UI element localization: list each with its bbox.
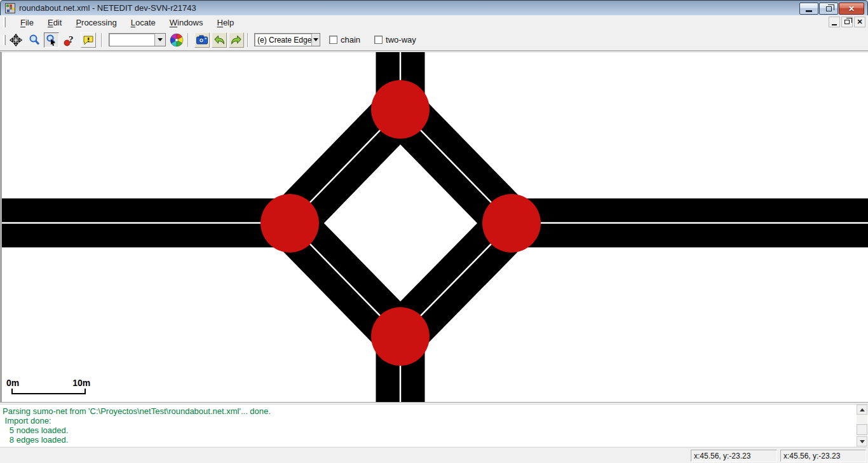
network-svg[interactable]	[0, 52, 868, 402]
scroll-down-button[interactable]	[857, 436, 867, 446]
recenter-button[interactable]: ?	[62, 32, 78, 48]
window-title: roundabout.net.xml - NETEDIT dev-SVN-r21…	[19, 3, 196, 13]
screenshot-button[interactable]	[194, 32, 210, 48]
toolbar-grip[interactable]	[3, 35, 6, 45]
toolbar: ?	[0, 29, 868, 51]
mdi-close-button[interactable]: ✕	[854, 17, 865, 27]
undo-icon	[213, 34, 226, 46]
close-button[interactable]: ✕	[839, 3, 864, 15]
title-bar[interactable]: roundabout.net.xml - NETEDIT dev-SVN-r21…	[0, 0, 868, 15]
zoom-button[interactable]	[27, 32, 42, 48]
color-wheel-icon	[170, 33, 184, 47]
log-line: Parsing sumo-net from 'C:\Proyectos\netT…	[3, 406, 855, 416]
status-bar: x:45.56, y:-23.23x:45.56, y:-23.23	[0, 447, 868, 463]
junction-node[interactable]	[261, 194, 319, 252]
move-icon	[10, 34, 22, 46]
log-line: 8 edges loaded.	[3, 435, 855, 445]
chain-checkbox-group: chain	[329, 35, 360, 45]
edit-mode-combobox[interactable]: (e) Create Edge	[254, 33, 320, 46]
undo-button[interactable]	[212, 32, 227, 48]
edit-coloring-button[interactable]	[169, 32, 184, 48]
chain-label: chain	[341, 35, 360, 45]
redo-button[interactable]	[229, 32, 244, 48]
junction-node[interactable]	[371, 80, 430, 139]
junction-node[interactable]	[371, 307, 430, 366]
message-log[interactable]: Parsing sumo-net from 'C:\Proyectos\netT…	[0, 404, 868, 446]
log-lines: Parsing sumo-net from 'C:\Proyectos\netT…	[3, 406, 855, 445]
menu-item-help[interactable]: Help	[210, 17, 241, 29]
mouse-coordinates-1: x:45.56, y:-23.23	[780, 450, 866, 462]
junction-node[interactable]	[482, 194, 541, 252]
svg-text:?: ?	[69, 34, 74, 45]
menu-item-processing[interactable]: Processing	[69, 17, 123, 29]
redo-icon	[230, 34, 243, 46]
mouse-coordinates-0: x:45.56, y:-23.23	[691, 450, 777, 462]
network-canvas[interactable]: 0m 10m	[0, 52, 868, 402]
restore-button[interactable]	[819, 3, 838, 15]
camera-icon	[196, 34, 208, 46]
scale-bracket	[11, 389, 86, 394]
zoom-cursor-icon	[45, 34, 58, 46]
menu-item-windows[interactable]: Windows	[163, 17, 210, 29]
minimize-button[interactable]	[799, 3, 818, 15]
edit-mode-value: (e) Create Edge	[255, 36, 311, 45]
zoom-cursor-button[interactable]	[44, 32, 59, 48]
scale-right-label: 10m	[72, 378, 90, 388]
menu-items: FileEditProcessingLocateWindowsHelp	[13, 17, 241, 29]
mdi-minimize-button[interactable]	[829, 17, 840, 27]
view-combobox[interactable]	[109, 33, 166, 46]
twoway-label: two-way	[386, 35, 416, 45]
edit-mode-dropdown[interactable]	[311, 34, 320, 46]
view-combobox-dropdown[interactable]	[154, 34, 165, 46]
twoway-checkbox-group: two-way	[374, 35, 416, 45]
scale-left-label: 0m	[6, 378, 19, 388]
message-bubble-icon	[82, 34, 95, 46]
netedit-window: roundabout.net.xml - NETEDIT dev-SVN-r21…	[0, 0, 868, 463]
twoway-checkbox[interactable]	[374, 36, 383, 44]
message-window-button[interactable]	[81, 32, 96, 48]
menu-item-edit[interactable]: Edit	[41, 17, 69, 29]
locate-question-icon: ?	[64, 34, 76, 46]
log-line: 5 nodes loaded.	[3, 425, 855, 435]
menu-item-file[interactable]: File	[13, 17, 41, 29]
menu-bar: FileEditProcessingLocateWindowsHelp ✕	[0, 15, 868, 29]
scroll-up-button[interactable]	[857, 404, 867, 415]
scroll-thumb[interactable]	[857, 424, 867, 435]
zoom-icon	[28, 34, 41, 46]
chain-checkbox[interactable]	[329, 36, 337, 44]
move-view-button[interactable]	[8, 32, 24, 48]
menu-item-locate[interactable]: Locate	[124, 17, 163, 29]
log-line: Import done:	[3, 416, 855, 425]
app-icon	[5, 3, 15, 13]
menubar-grip[interactable]	[3, 17, 6, 27]
mdi-restore-button[interactable]	[841, 17, 853, 27]
log-scrollbar[interactable]	[857, 404, 867, 446]
scale-bar: 0m 10m	[5, 378, 107, 394]
